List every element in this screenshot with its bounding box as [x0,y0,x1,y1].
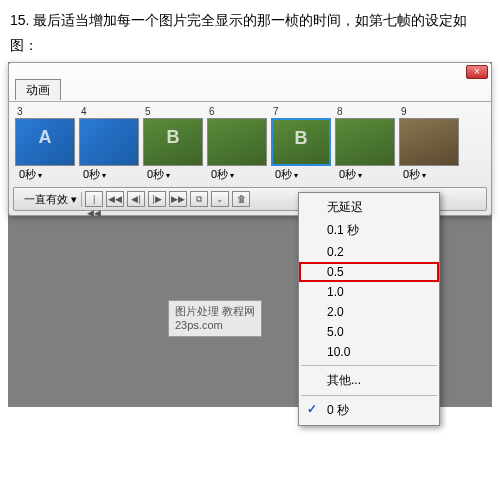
frame-delay[interactable]: 0秒 [143,167,205,182]
tween-button[interactable]: ⧉ [190,191,208,207]
loop-select[interactable]: 一直有效 ▾ [20,192,82,207]
frame-delay[interactable]: 0秒 [271,167,333,182]
frame-number: 4 [79,106,141,117]
menu-item[interactable]: 5.0 [299,322,439,342]
frame-number: 6 [207,106,269,117]
frame-number: 8 [335,106,397,117]
frame-number: 3 [15,106,77,117]
frame-number: 9 [399,106,461,117]
next-frame-button[interactable]: ▶▶ [169,191,187,207]
tab-row: 动画 [9,79,491,101]
frame-thumbnail[interactable]: B [143,118,203,166]
menu-item[interactable]: 无延迟 [299,196,439,219]
close-button[interactable]: × [466,65,488,79]
menu-item[interactable]: ✓0 秒 [299,399,439,422]
frame-thumbnail[interactable] [207,118,267,166]
frame-thumbnail[interactable] [399,118,459,166]
frame-delay[interactable]: 0秒 [79,167,141,182]
menu-item[interactable]: 0.2 [299,242,439,262]
menu-item[interactable]: 0.5 [299,262,439,282]
frame-number: 7 [271,106,333,117]
frame-number: 5 [143,106,205,117]
first-frame-button[interactable]: |◀◀ [85,191,103,207]
frame-5[interactable]: 5B0秒 [143,106,205,183]
menu-separator [301,395,437,396]
menu-item[interactable]: 其他... [299,369,439,392]
instruction-text: 15. 最后适当增加每一个图片完全显示的那一桢的时间，如第七帧的设定如图： [0,0,500,64]
menu-item[interactable]: 1.0 [299,282,439,302]
prev-frame-button[interactable]: ◀◀ [106,191,124,207]
frame-8[interactable]: 80秒 [335,106,397,183]
screenshot-area: × 动画 3A0秒40秒5B0秒60秒7B0秒80秒90秒 一直有效 ▾ |◀◀… [8,62,492,407]
frame-thumbnail[interactable]: B [271,118,331,166]
frame-thumbnail[interactable] [335,118,395,166]
frame-9[interactable]: 90秒 [399,106,461,183]
frame-delay[interactable]: 0秒 [15,167,77,182]
play-button[interactable]: |▶ [148,191,166,207]
check-icon: ✓ [307,402,317,416]
frame-delay[interactable]: 0秒 [207,167,269,182]
menu-item[interactable]: 0.1 秒 [299,219,439,242]
frame-thumbnail[interactable]: A [15,118,75,166]
watermark: 图片处理 教程网23ps.com [168,300,262,337]
frame-thumbnail[interactable] [79,118,139,166]
menu-item[interactable]: 10.0 [299,342,439,362]
delete-frame-button[interactable]: 🗑 [232,191,250,207]
titlebar: × [9,63,491,79]
tab-animation[interactable]: 动画 [15,79,61,100]
frame-6[interactable]: 60秒 [207,106,269,183]
new-frame-button[interactable]: ⌄ [211,191,229,207]
menu-item[interactable]: 2.0 [299,302,439,322]
frame-delay[interactable]: 0秒 [335,167,397,182]
delay-context-menu: 无延迟0.1 秒0.20.51.02.05.010.0其他...✓0 秒 [298,192,440,426]
frame-delay[interactable]: 0秒 [399,167,461,182]
frame-3[interactable]: 3A0秒 [15,106,77,183]
frame-7[interactable]: 7B0秒 [271,106,333,183]
menu-separator [301,365,437,366]
frame-4[interactable]: 40秒 [79,106,141,183]
play-back-button[interactable]: ◀| [127,191,145,207]
frame-strip: 3A0秒40秒5B0秒60秒7B0秒80秒90秒 [9,101,491,183]
